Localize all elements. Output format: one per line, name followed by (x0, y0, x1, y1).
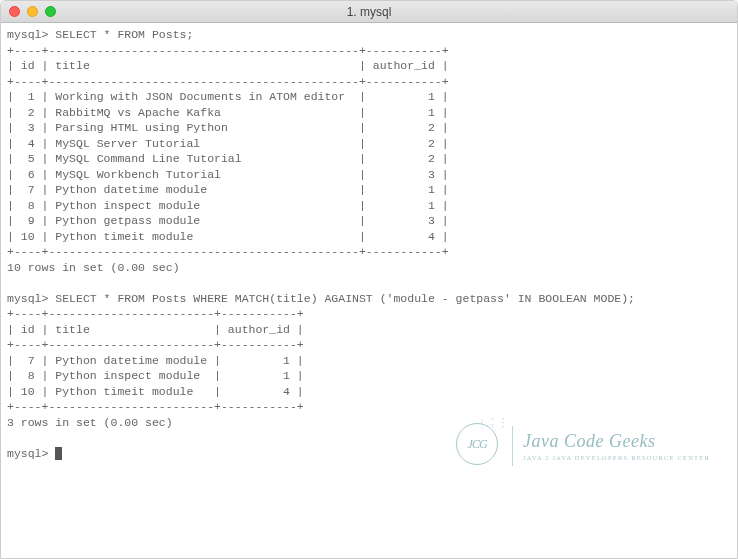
maximize-button[interactable] (45, 6, 56, 17)
minimize-button[interactable] (27, 6, 38, 17)
cursor (55, 447, 62, 460)
close-button[interactable] (9, 6, 20, 17)
traffic-lights (9, 6, 56, 17)
terminal-content[interactable]: mysql> SELECT * FROM Posts; +----+------… (1, 23, 737, 558)
terminal-window: 1. mysql mysql> SELECT * FROM Posts; +--… (0, 0, 738, 559)
titlebar[interactable]: 1. mysql (1, 1, 737, 23)
window-title: 1. mysql (347, 5, 392, 19)
